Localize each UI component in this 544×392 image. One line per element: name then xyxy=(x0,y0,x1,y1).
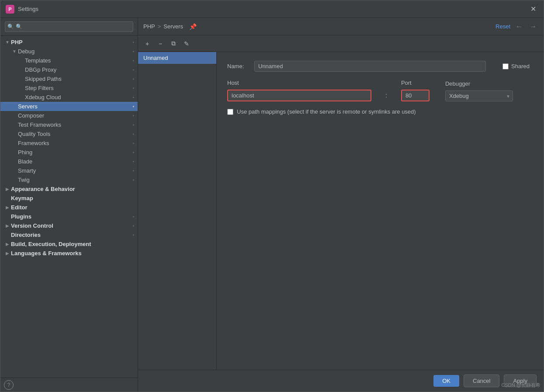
search-icon: 🔍 xyxy=(7,24,14,30)
expand-icon-languages: ▶ xyxy=(4,251,11,256)
sidebar-label-servers: Servers xyxy=(18,103,131,110)
add-server-button[interactable]: + xyxy=(142,38,153,49)
sidebar-item-quality-tools[interactable]: Quality Tools ▪ xyxy=(0,129,138,139)
dialog-footer: OK Cancel Apply xyxy=(138,370,544,392)
host-port-debugger-row: Host : Port Debugger xyxy=(227,80,533,101)
sidebar-item-twig[interactable]: Twig ▪ xyxy=(0,175,138,184)
sidebar-item-test-frameworks[interactable]: Test Frameworks ▪ xyxy=(0,120,138,129)
sidebar-item-keymap[interactable]: Keymap xyxy=(0,194,138,203)
breadcrumb: PHP > Servers 📌 xyxy=(143,23,197,30)
sidebar-label-keymap: Keymap xyxy=(11,195,134,201)
sidebar-label-build: Build, Execution, Deployment xyxy=(11,241,134,247)
sidebar-tree: ▼ PHP ▪ ▼ Debug ▪ Templates ▪ xyxy=(0,36,138,378)
expand-icon-build: ▶ xyxy=(4,242,11,246)
main-area: PHP > Servers 📌 Reset ← → + − ⧉ ✎ xyxy=(138,18,544,392)
sidebar-item-build[interactable]: ▶ Build, Execution, Deployment xyxy=(0,239,138,249)
servers-toolbar: + − ⧉ ✎ xyxy=(138,35,544,52)
help-button[interactable]: ? xyxy=(4,380,14,390)
fields-row: Host : Port Debugger xyxy=(227,80,533,101)
settings-icon-quality: ▪ xyxy=(132,132,134,136)
sidebar-item-composer[interactable]: Composer ▪ xyxy=(0,111,138,120)
sidebar-bottom-bar: ? xyxy=(0,378,138,392)
sidebar-label-composer: Composer xyxy=(18,112,131,119)
sidebar-label-plugins: Plugins xyxy=(11,213,131,220)
path-mapping-label: Use path mappings (select if the server … xyxy=(237,108,416,115)
edit-server-button[interactable]: ✎ xyxy=(181,38,192,49)
settings-icon-composer: ▪ xyxy=(132,113,134,118)
name-row: Name: Shared xyxy=(227,61,533,72)
sidebar-label-templates: Templates xyxy=(25,57,131,64)
reset-button[interactable]: Reset xyxy=(495,23,510,30)
search-input[interactable] xyxy=(5,21,133,32)
ok-button[interactable]: OK xyxy=(433,375,459,387)
server-config: Name: Shared Host xyxy=(217,52,544,370)
path-mapping-checkbox[interactable] xyxy=(227,109,233,115)
sidebar-item-frameworks[interactable]: Frameworks ▪ xyxy=(0,139,138,148)
sidebar-label-quality-tools: Quality Tools xyxy=(18,131,131,137)
sidebar-item-phing[interactable]: Phing ▪ xyxy=(0,148,138,157)
sidebar-item-xdebug-cloud[interactable]: Xdebug Cloud ▪ xyxy=(0,93,138,102)
sidebar-item-skipped-paths[interactable]: Skipped Paths ▪ xyxy=(0,74,138,83)
server-item-unnamed[interactable]: Unnamed xyxy=(138,52,216,64)
path-mapping-row: Use path mappings (select if the server … xyxy=(227,108,533,115)
settings-icon-debug: ▪ xyxy=(132,49,134,54)
expand-icon-version-control: ▶ xyxy=(4,223,11,228)
port-input[interactable] xyxy=(401,90,430,101)
settings-icon-version-control: ▪ xyxy=(132,223,134,228)
search-bar: 🔍 xyxy=(0,18,138,36)
sidebar-label-step-filters: Step Filters xyxy=(25,85,131,91)
name-label: Name: xyxy=(227,63,249,69)
cancel-button[interactable]: Cancel xyxy=(464,375,499,387)
settings-icon-templates: ▪ xyxy=(132,58,134,63)
debugger-label: Debugger xyxy=(445,80,513,87)
watermark: CSDN @长静有希 xyxy=(502,382,541,389)
settings-icon-plugins: ▪ xyxy=(132,214,134,219)
host-label: Host xyxy=(227,80,371,86)
sidebar-item-php[interactable]: ▼ PHP ▪ xyxy=(0,38,138,47)
pin-icon: 📌 xyxy=(189,23,197,30)
sidebar-label-php: PHP xyxy=(11,39,131,45)
sidebar-item-appearance[interactable]: ▶ Appearance & Behavior xyxy=(0,184,138,194)
sidebar-item-smarty[interactable]: Smarty ▪ xyxy=(0,166,138,175)
sidebar-item-dbgp[interactable]: DBGp Proxy ▪ xyxy=(0,65,138,74)
back-button[interactable]: ← xyxy=(514,22,524,31)
expand-icon-php: ▼ xyxy=(4,40,11,45)
breadcrumb-servers: Servers xyxy=(163,23,183,30)
copy-server-button[interactable]: ⧉ xyxy=(168,38,179,49)
main-header: PHP > Servers 📌 Reset ← → xyxy=(138,18,544,35)
host-input[interactable] xyxy=(227,90,371,101)
shared-checkbox[interactable] xyxy=(502,63,509,69)
sidebar-item-editor[interactable]: ▶ Editor xyxy=(0,203,138,212)
close-button[interactable]: ✕ xyxy=(528,4,538,14)
sidebar-label-test-frameworks: Test Frameworks xyxy=(18,121,131,128)
settings-icon-blade: ▪ xyxy=(132,159,134,164)
sidebar-item-servers[interactable]: Servers ▪ xyxy=(0,102,138,111)
sidebar-item-languages[interactable]: ▶ Languages & Frameworks xyxy=(0,249,138,258)
debugger-select[interactable]: Xdebug Zend Debugger xyxy=(445,90,513,101)
sidebar-item-templates[interactable]: Templates ▪ xyxy=(0,56,138,65)
debugger-section: Debugger Xdebug Zend Debugger ▼ xyxy=(445,80,513,101)
name-input[interactable] xyxy=(254,61,486,72)
forward-button[interactable]: → xyxy=(528,22,538,31)
servers-list: Unnamed xyxy=(138,52,217,370)
sidebar-item-version-control[interactable]: ▶ Version Control ▪ xyxy=(0,221,138,230)
sidebar-item-plugins[interactable]: Plugins ▪ xyxy=(0,212,138,221)
shared-label: Shared xyxy=(511,63,533,69)
content-area: 🔍 ▼ PHP ▪ ▼ Debug ▪ xyxy=(0,18,544,392)
sidebar-item-blade[interactable]: Blade ▪ xyxy=(0,157,138,166)
remove-server-button[interactable]: − xyxy=(155,38,166,49)
sidebar-item-step-filters[interactable]: Step Filters ▪ xyxy=(0,83,138,93)
sidebar-item-directories[interactable]: Directories ▪ xyxy=(0,230,138,239)
settings-icon-xdebug-cloud: ▪ xyxy=(132,95,134,100)
settings-icon-directories: ▪ xyxy=(132,232,134,237)
sidebar-label-languages: Languages & Frameworks xyxy=(11,250,134,257)
sidebar-label-debug: Debug xyxy=(18,48,131,55)
sidebar: 🔍 ▼ PHP ▪ ▼ Debug ▪ xyxy=(0,18,138,392)
debugger-select-wrapper: Xdebug Zend Debugger ▼ xyxy=(445,90,513,101)
sidebar-item-debug[interactable]: ▼ Debug ▪ xyxy=(0,47,138,56)
settings-icon-twig: ▪ xyxy=(132,177,134,182)
port-colon: : xyxy=(385,92,387,101)
settings-icon-servers: ▪ xyxy=(132,104,134,109)
settings-icon-frameworks: ▪ xyxy=(132,141,134,146)
sidebar-label-twig: Twig xyxy=(18,177,131,183)
